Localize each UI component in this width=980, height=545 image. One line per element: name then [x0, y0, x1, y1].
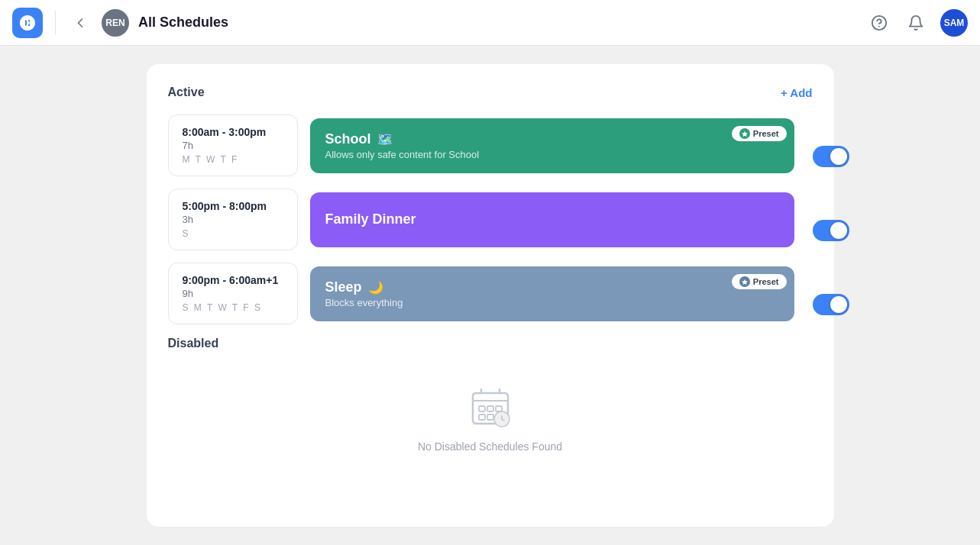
schedule-desc-school: Allows only safe content for School: [325, 149, 779, 160]
time-range-school: 8:00am - 3:00pm: [183, 126, 283, 138]
schedule-card-school[interactable]: Preset School 🗺️ Allows only safe conten…: [310, 118, 794, 173]
active-section-header: Active + Add: [168, 85, 813, 99]
time-card-family: 5:00pm - 8:00pm 3h S: [168, 189, 298, 250]
page-title: All Schedules: [138, 15, 228, 31]
preset-label-sleep: Preset: [753, 277, 779, 286]
disabled-section: Disabled: [168, 337, 813, 459]
notifications-button[interactable]: [904, 11, 928, 35]
schedule-desc-sleep: Blocks everything: [325, 297, 779, 308]
preset-badge-school: Preset: [732, 126, 787, 141]
time-card-sleep: 9:00pm - 6:00am+1 9h S M T W T F S: [168, 263, 298, 324]
disabled-section-label: Disabled: [168, 337, 813, 350]
time-duration-family: 3h: [183, 214, 283, 225]
time-duration-sleep: 9h: [183, 288, 283, 299]
schedule-name-family: Family Dinner: [325, 211, 779, 227]
time-days-family: S: [183, 228, 283, 239]
active-section-label: Active: [168, 85, 205, 99]
empty-state-text: No Disabled Schedules Found: [418, 440, 562, 453]
back-button[interactable]: [68, 11, 92, 35]
preset-badge-sleep: Preset: [732, 274, 787, 289]
schedule-card-family[interactable]: Family Dinner: [310, 192, 794, 247]
preset-icon-school: [739, 128, 750, 139]
empty-calendar-icon: [470, 387, 511, 431]
time-card-school: 8:00am - 3:00pm 7h M T W T F: [168, 114, 298, 176]
nav-icons: SAM: [867, 9, 968, 37]
user-avatar-sam[interactable]: SAM: [940, 9, 968, 37]
schedules-card: Active + Add 8:00am - 3:00pm 7h M T W T …: [147, 64, 834, 527]
schedule-row-school: 8:00am - 3:00pm 7h M T W T F Preset Scho…: [168, 114, 813, 176]
time-range-sleep: 9:00pm - 6:00am+1: [183, 274, 283, 286]
nav-divider: [55, 11, 56, 35]
time-days-school: M T W T F: [183, 154, 283, 165]
preset-icon-sleep: [739, 276, 750, 287]
schedule-name-school: School 🗺️: [325, 131, 779, 147]
svg-rect-8: [496, 406, 502, 411]
top-navigation: REN All Schedules SAM: [0, 0, 980, 46]
preset-label-school: Preset: [753, 129, 779, 138]
svg-rect-10: [487, 414, 493, 420]
time-duration-school: 7h: [183, 140, 283, 151]
help-button[interactable]: [867, 11, 891, 35]
svg-rect-7: [487, 406, 493, 411]
svg-rect-9: [479, 414, 485, 420]
schedule-name-sleep: Sleep 🌙: [325, 279, 779, 295]
schedule-card-sleep[interactable]: Preset Sleep 🌙 Blocks everything: [310, 266, 794, 321]
add-button[interactable]: + Add: [781, 86, 813, 99]
schedule-row-sleep: 9:00pm - 6:00am+1 9h S M T W T F S Prese…: [168, 263, 813, 324]
schedule-row-family: 5:00pm - 8:00pm 3h S Family Dinner: [168, 189, 813, 250]
main-content: Active + Add 8:00am - 3:00pm 7h M T W T …: [0, 46, 980, 545]
svg-rect-6: [479, 406, 485, 411]
empty-state: No Disabled Schedules Found: [168, 363, 813, 459]
user-avatar-ren: REN: [102, 9, 129, 37]
time-range-family: 5:00pm - 8:00pm: [183, 200, 283, 212]
app-logo[interactable]: [12, 8, 43, 38]
time-days-sleep: S M T W T F S: [183, 302, 283, 313]
